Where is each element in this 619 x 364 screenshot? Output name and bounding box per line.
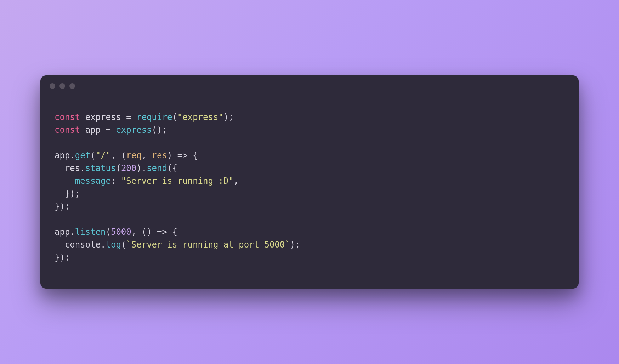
fn-listen: listen <box>75 227 106 237</box>
fn-status: status <box>85 163 116 173</box>
maximize-icon[interactable] <box>69 83 75 89</box>
number-200: 200 <box>121 163 136 173</box>
code-editor-window: const express = require("express"); cons… <box>40 75 579 289</box>
keyword-const: const <box>55 112 80 122</box>
param-req: req <box>126 150 141 160</box>
var-console: console <box>65 240 101 250</box>
string-message: "Server is running :D" <box>121 176 234 186</box>
var-app: app <box>85 125 101 135</box>
var-app: app <box>55 227 70 237</box>
code-content: const express = require("express"); cons… <box>40 93 579 289</box>
param-res: res <box>152 150 167 160</box>
var-express: express <box>85 112 121 122</box>
number-5000: 5000 <box>111 227 131 237</box>
string-log: `Server is running at port 5000` <box>126 240 290 250</box>
window-titlebar <box>40 75 579 93</box>
minimize-icon[interactable] <box>59 83 65 89</box>
var-app: app <box>55 150 70 160</box>
fn-require: require <box>136 112 172 122</box>
string-path: "/" <box>96 150 111 160</box>
fn-log: log <box>106 240 121 250</box>
fn-express: express <box>116 125 152 135</box>
keyword-const: const <box>55 125 80 135</box>
string-express: "express" <box>177 112 223 122</box>
prop-message: message <box>75 176 111 186</box>
fn-get: get <box>75 150 90 160</box>
var-res: res <box>65 163 80 173</box>
fn-send: send <box>147 163 167 173</box>
close-icon[interactable] <box>50 83 55 89</box>
